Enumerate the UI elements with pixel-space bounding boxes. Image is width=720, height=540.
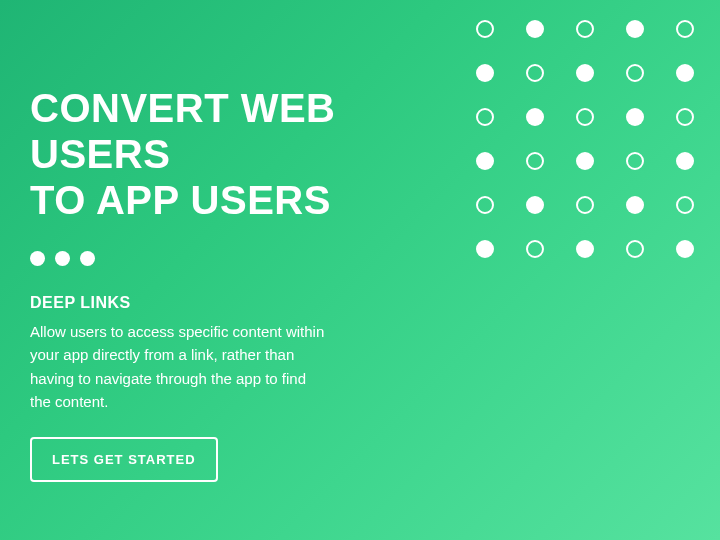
dot-icon (80, 251, 95, 266)
hero-body-text: Allow users to access specific content w… (30, 320, 330, 413)
headline-line2: TO APP USERS (30, 178, 331, 222)
get-started-button[interactable]: LETS GET STARTED (30, 437, 218, 482)
accent-dots (30, 251, 470, 266)
decorative-dot-grid (476, 20, 694, 258)
dot-icon (30, 251, 45, 266)
hero-content: CONVERT WEB USERS TO APP USERS DEEP LINK… (30, 85, 470, 482)
dot-icon (55, 251, 70, 266)
hero-headline: CONVERT WEB USERS TO APP USERS (30, 85, 470, 223)
hero-subheading: DEEP LINKS (30, 294, 470, 312)
headline-line1: CONVERT WEB USERS (30, 86, 336, 176)
